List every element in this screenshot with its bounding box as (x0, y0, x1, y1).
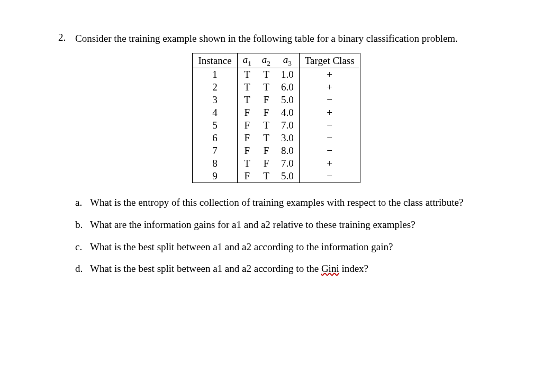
cell-a3: 3.0 (276, 132, 299, 144)
cell-a3: 1.0 (276, 68, 299, 81)
cell-a2: F (257, 106, 276, 119)
cell-instance: 6 (193, 132, 237, 144)
table-body: 1 T T 1.0 + 2 T T 6.0 + 3 T F 5.0 (193, 68, 360, 183)
col-a1: a1 (237, 53, 257, 68)
cell-a1: F (237, 170, 257, 183)
table-row: 5 F T 7.0 − (193, 119, 360, 132)
cell-class: + (299, 81, 360, 94)
subq-d-suffix: index? (339, 263, 368, 274)
table-row: 4 F F 4.0 + (193, 106, 360, 119)
cell-instance: 8 (193, 157, 237, 170)
cell-a1: T (237, 157, 257, 170)
cell-a2: T (257, 81, 276, 94)
cell-a3: 5.0 (276, 170, 299, 183)
cell-class: − (299, 119, 360, 132)
col-target: Target Class (299, 53, 360, 68)
cell-a2: F (257, 157, 276, 170)
cell-a2: T (257, 170, 276, 183)
subq-a: a. What is the entropy of this collectio… (75, 196, 494, 209)
col-a2: a2 (257, 53, 276, 68)
subq-text: What is the entropy of this collection o… (90, 196, 494, 209)
cell-a1: F (237, 106, 257, 119)
cell-class: + (299, 157, 360, 170)
cell-instance: 2 (193, 81, 237, 94)
cell-class: + (299, 106, 360, 119)
cell-a1: T (237, 68, 257, 81)
cell-a2: F (257, 144, 276, 157)
cell-instance: 9 (193, 170, 237, 183)
table-container: Instance a1 a2 a3 Target Class 1 T T 1.0… (58, 53, 494, 184)
cell-a3: 8.0 (276, 144, 299, 157)
cell-a1: F (237, 119, 257, 132)
col-a3: a3 (276, 53, 299, 68)
cell-a1: F (237, 132, 257, 144)
cell-instance: 7 (193, 144, 237, 157)
cell-a3: 6.0 (276, 81, 299, 94)
subq-label: c. (75, 240, 90, 254)
cell-a3: 4.0 (276, 106, 299, 119)
subq-label: d. (75, 262, 90, 276)
cell-class: − (299, 170, 360, 183)
cell-class: − (299, 132, 360, 144)
subq-text: What are the information gains for a1 an… (90, 218, 494, 232)
cell-a1: F (237, 144, 257, 157)
gini-word: Gini (321, 263, 339, 274)
subq-text: What is the best split between a1 and a2… (90, 240, 494, 254)
cell-a3: 7.0 (276, 119, 299, 132)
problem-statement: 2. Consider the training example shown i… (58, 32, 494, 45)
cell-instance: 1 (193, 68, 237, 81)
cell-class: + (299, 68, 360, 81)
subq-label: a. (75, 196, 90, 209)
subq-d: d. What is the best split between a1 and… (75, 262, 494, 276)
col-instance: Instance (193, 53, 237, 68)
table-header: Instance a1 a2 a3 Target Class (193, 53, 360, 68)
table-row: 1 T T 1.0 + (193, 68, 360, 81)
table-row: 8 T F 7.0 + (193, 157, 360, 170)
page: 2. Consider the training example shown i… (0, 0, 542, 276)
problem-number: 2. (58, 32, 75, 43)
cell-a1: T (237, 81, 257, 94)
subq-label: b. (75, 218, 90, 232)
cell-a1: T (237, 94, 257, 106)
table-row: 3 T F 5.0 − (193, 94, 360, 106)
cell-class: − (299, 94, 360, 106)
subq-d-prefix: What is the best split between a1 and a2… (90, 263, 321, 274)
problem-text: Consider the training example shown in t… (75, 32, 494, 45)
cell-a2: F (257, 94, 276, 106)
table-row: 6 F T 3.0 − (193, 132, 360, 144)
table-row: 2 T T 6.0 + (193, 81, 360, 94)
subq-b: b. What are the information gains for a1… (75, 218, 494, 232)
sub-questions: a. What is the entropy of this collectio… (58, 196, 494, 276)
subq-c: c. What is the best split between a1 and… (75, 240, 494, 254)
cell-instance: 3 (193, 94, 237, 106)
cell-a2: T (257, 68, 276, 81)
table-row: 9 F T 5.0 − (193, 170, 360, 183)
training-table: Instance a1 a2 a3 Target Class 1 T T 1.0… (192, 53, 360, 184)
cell-a2: T (257, 119, 276, 132)
table-row: 7 F F 8.0 − (193, 144, 360, 157)
cell-a3: 7.0 (276, 157, 299, 170)
cell-class: − (299, 144, 360, 157)
cell-a3: 5.0 (276, 94, 299, 106)
cell-instance: 4 (193, 106, 237, 119)
subq-text: What is the best split between a1 and a2… (90, 262, 494, 276)
cell-instance: 5 (193, 119, 237, 132)
cell-a2: T (257, 132, 276, 144)
